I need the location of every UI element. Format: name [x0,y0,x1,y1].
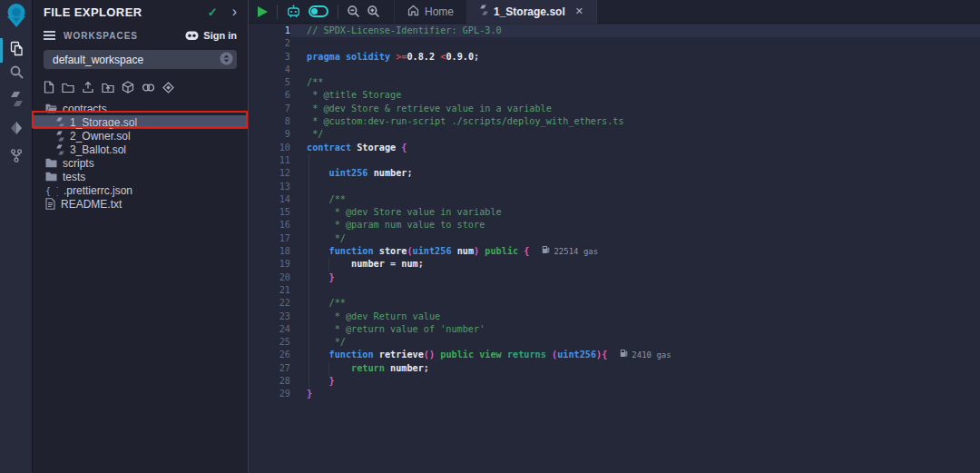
workspace-selected-value: default_workspace [53,54,220,66]
new-file-icon[interactable] [44,81,54,94]
remix-logo [0,3,33,31]
copilot-toggle[interactable] [309,5,328,17]
line-number: 8 [249,115,290,128]
code-text: } [290,271,980,284]
code-line[interactable]: 26 function retrieve() public view retur… [249,349,980,361]
tab-home[interactable]: Home [394,0,467,24]
sidebar-item-file-explorer[interactable] [0,41,33,60]
code-editor[interactable]: 1// SPDX-License-Identifier: GPL-3.023pr… [249,24,980,473]
code-line[interactable]: 27 return number; [249,362,980,375]
code-line[interactable]: 23 * @dev Return value [249,310,980,323]
code-line[interactable]: 4 [249,64,980,76]
code-line[interactable]: 18 function store(uint256 num) public {2… [249,245,980,258]
code-line[interactable]: 3pragma solidity >=0.8.2 <0.9.0; [249,51,980,64]
editor-area: Home1_Storage.sol✕ 1// SPDX-License-Iden… [248,0,980,473]
code-line[interactable]: 16 * @param num value to store [249,219,980,232]
code-line[interactable]: 29} [249,388,980,400]
line-number: 17 [249,232,290,245]
code-line[interactable]: 11 [249,154,980,167]
tree-item-tests[interactable]: tests [33,170,248,183]
code-line[interactable]: 20 } [249,271,980,284]
code-line[interactable]: 12 uint256 number; [249,167,980,180]
fuel-pump-icon [620,349,628,361]
search-icon [9,64,24,84]
tree-item-label: README.txt [61,198,122,211]
line-number: 7 [249,103,290,115]
zoom-out-button[interactable] [347,5,360,18]
line-number: 25 [249,336,290,349]
tree-item-2-owner-sol[interactable]: 2_Owner.sol [33,129,248,143]
copilot-robot-icon[interactable] [286,5,301,19]
sidebar-item-solidity-compiler[interactable] [0,91,33,111]
tree-item-label: 2_Owner.sol [70,130,131,143]
sidebar-item-git[interactable] [0,148,33,167]
code-line[interactable]: 1// SPDX-License-Identifier: GPL-3.0 [249,25,980,37]
sidebar-item-search[interactable] [0,64,33,84]
tree-item-3-ballot-sol[interactable]: 3_Ballot.sol [33,143,248,156]
workspace-select[interactable]: default_workspace [44,50,237,69]
tree-item-1-storage-sol[interactable]: 1_Storage.sol [33,115,248,129]
solidity-file-icon [56,144,64,155]
tree-item-readme-txt[interactable]: README.txt [33,197,248,211]
code-line[interactable]: 2 [249,37,980,50]
code-line[interactable]: 5/** [249,76,980,89]
code-line[interactable]: 24 * @return value of 'number' [249,323,980,336]
ipfs-cube-icon[interactable] [122,81,134,94]
gist-icon[interactable] [162,82,174,94]
code-line[interactable]: 21 [249,284,980,297]
code-line[interactable]: 15 * @dev Store value in variable [249,206,980,219]
sidebar-item-deploy-run[interactable] [0,121,33,139]
code-line[interactable]: 6 * @title Storage [249,89,980,102]
code-line[interactable]: 25 */ [249,336,980,349]
new-folder-icon[interactable] [62,82,74,94]
sign-in-button[interactable]: Sign in [185,29,237,43]
close-tab-icon[interactable]: ✕ [575,5,583,17]
code-line[interactable]: 22 /** [249,297,980,310]
code-line[interactable]: 7 * @dev Store & retrieve value in a var… [249,103,980,115]
workspaces-label: WORKSPACES [64,31,185,41]
accept-check-icon[interactable]: ✓ [208,5,218,19]
code-text: /** [290,297,980,310]
svg-text:{ }: { } [45,185,58,195]
tab-1-storage-sol[interactable]: 1_Storage.sol✕ [467,0,597,24]
line-number: 23 [249,310,290,323]
sign-in-label: Sign in [203,30,237,41]
workspaces-menu-icon[interactable] [44,29,55,42]
code-text: * @param num value to store [290,219,980,232]
code-line[interactable]: 8 * @custom:dev-run-script ./scripts/dep… [249,115,980,128]
code-text: } [290,375,980,388]
code-line[interactable]: 28 } [249,375,980,388]
upload-folder-icon[interactable] [102,82,114,94]
line-number: 4 [249,64,290,76]
code-line[interactable]: 19 number = num; [249,258,980,271]
code-text: * @dev Store & retrieve value in a varia… [290,103,980,115]
tree-item-contracts[interactable]: contracts [33,102,248,115]
code-text: */ [290,336,980,349]
tree-item-prettierrc-json[interactable]: { }.prettierrc.json [33,183,248,197]
code-text: return number; [290,362,980,375]
tree-item-scripts[interactable]: scripts [33,156,248,170]
tree-item-label: contracts [63,103,107,115]
code-text [290,181,980,193]
code-line[interactable]: 9 */ [249,128,980,141]
code-text [290,37,980,50]
code-line[interactable]: 13 [249,181,980,193]
line-number: 22 [249,297,290,310]
line-number: 15 [249,206,290,219]
zoom-in-button[interactable] [367,5,380,18]
expand-chevron-icon[interactable]: › [232,6,237,17]
link-icon[interactable] [142,82,155,94]
workspace-stepper-icon[interactable] [220,52,233,68]
tab-label: Home [425,5,454,18]
run-script-button[interactable] [258,6,268,17]
line-number: 12 [249,167,290,180]
code-line[interactable]: 17 */ [249,232,980,245]
code-text: * @return value of 'number' [290,323,980,336]
toolbar-divider [338,5,338,19]
code-line[interactable]: 14 /** [249,193,980,206]
tree-item-label: .prettierrc.json [64,184,132,197]
upload-file-icon[interactable] [82,81,94,94]
json-icon: { } [45,185,58,196]
code-text: */ [290,232,980,245]
code-line[interactable]: 10contract Storage { [249,142,980,154]
